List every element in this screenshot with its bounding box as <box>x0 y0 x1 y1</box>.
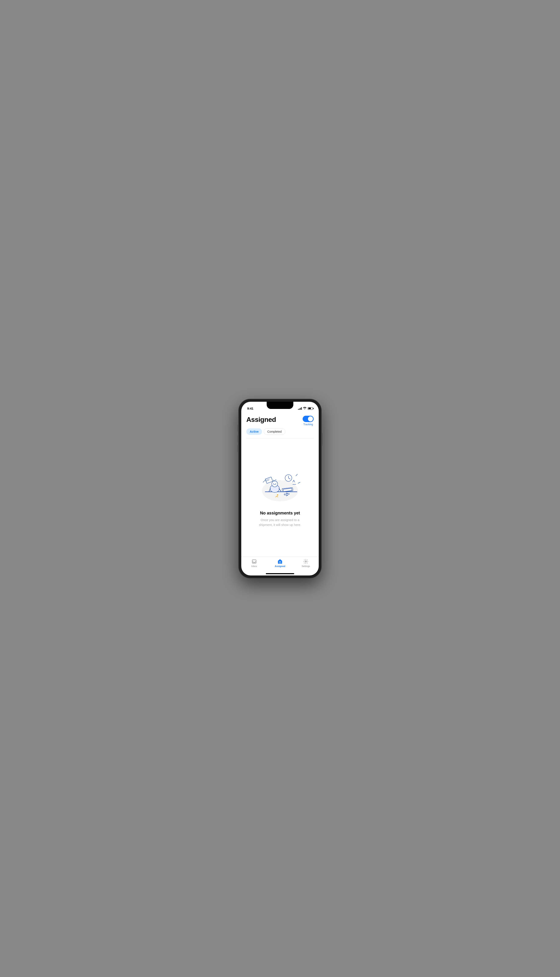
home-bar <box>266 573 294 574</box>
bottom-nav: Inbox Assigned Setting <box>241 556 319 574</box>
inbox-icon <box>252 559 257 564</box>
nav-item-assigned[interactable]: Assigned <box>273 559 287 567</box>
svg-line-17 <box>298 482 300 483</box>
tracking-toggle-area[interactable]: Tracking <box>303 416 313 426</box>
phone-screen: 9:41 <box>241 402 319 575</box>
svg-line-16 <box>296 474 297 476</box>
nav-item-inbox[interactable]: Inbox <box>247 559 262 567</box>
svg-point-6 <box>273 483 274 484</box>
wifi-icon <box>303 407 307 410</box>
settings-label: Settings <box>302 565 310 567</box>
svg-point-5 <box>272 481 278 487</box>
home-indicator <box>241 574 319 575</box>
notch <box>267 402 293 409</box>
empty-illustration <box>257 467 303 505</box>
assigned-icon <box>277 559 283 564</box>
svg-point-7 <box>275 483 276 484</box>
toggle-knob <box>308 417 313 422</box>
settings-icon <box>303 559 308 564</box>
svg-line-10 <box>266 480 269 481</box>
svg-point-19 <box>305 561 307 562</box>
svg-line-15 <box>263 480 266 482</box>
status-time: 9:41 <box>247 407 253 410</box>
app-content: Assigned Tracking Active Completed <box>241 412 319 556</box>
empty-title: No assignments yet <box>260 511 300 515</box>
tracking-label: Tracking <box>303 423 313 426</box>
svg-line-9 <box>266 479 270 480</box>
app-header: Assigned Tracking <box>241 412 319 426</box>
page-title: Assigned <box>247 416 276 423</box>
signal-icon <box>298 407 302 410</box>
tracking-toggle[interactable] <box>303 416 313 422</box>
phone-frame: 9:41 <box>239 399 321 578</box>
battery-icon <box>308 407 313 410</box>
assigned-label: Assigned <box>275 565 285 567</box>
tab-active[interactable]: Active <box>247 428 262 435</box>
empty-subtitle: Once you are assigned to a shipment, it … <box>255 518 305 527</box>
filter-tabs: Active Completed <box>241 426 319 435</box>
status-icons <box>298 407 313 410</box>
empty-state: No assignments yet Once you are assigned… <box>241 438 319 556</box>
tab-completed[interactable]: Completed <box>264 428 285 435</box>
nav-item-settings[interactable]: Settings <box>298 559 313 567</box>
svg-line-13 <box>288 478 290 479</box>
inbox-label: Inbox <box>252 565 257 567</box>
